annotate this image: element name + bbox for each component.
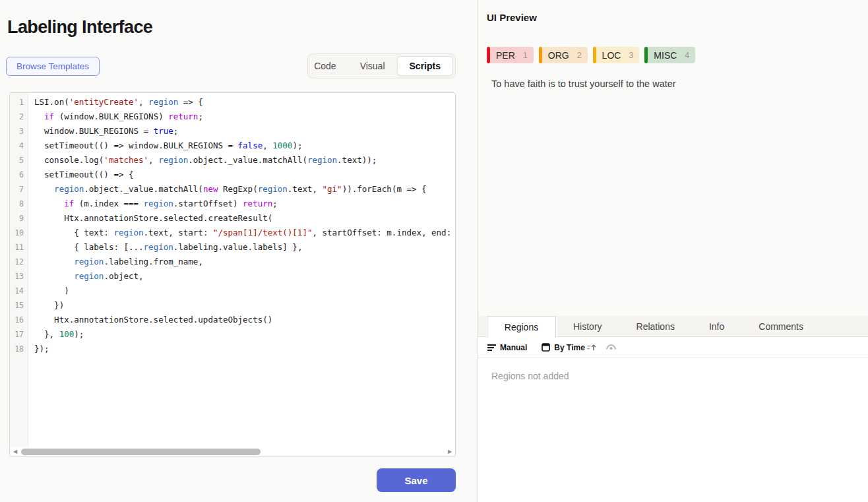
code-line[interactable]: }) <box>34 298 455 313</box>
code-line[interactable]: if (m.index === region.startOffset) retu… <box>34 197 455 211</box>
label-color-bar <box>539 47 542 63</box>
browse-templates-button[interactable]: Browse Templates <box>6 57 100 76</box>
code-line[interactable]: setTimeout(() => window.BULK_REGIONS = f… <box>34 139 455 153</box>
line-number: 4 <box>10 139 24 153</box>
label-hotkey: 1 <box>523 51 528 60</box>
label-name: MISC <box>654 50 677 61</box>
code-line[interactable]: }); <box>34 342 455 356</box>
save-button[interactable]: Save <box>377 468 456 492</box>
line-number: 7 <box>10 182 24 197</box>
code-line[interactable]: Htx.annotationStore.selected.createResul… <box>34 211 455 226</box>
label-name: ORG <box>548 50 569 61</box>
panel-tab-info[interactable]: Info <box>692 316 741 337</box>
preview-sentence[interactable]: To have faith is to trust yourself to th… <box>491 78 676 89</box>
editor-gutter: 123456789101112131415161718 <box>10 93 28 447</box>
regions-panel-tabs: RegionsHistoryRelationsInfoComments <box>478 316 868 337</box>
line-number: 17 <box>10 327 24 342</box>
code-line[interactable]: }, 100); <box>34 327 455 342</box>
editor-tab-group: CodeVisualScripts <box>307 53 456 78</box>
code-line[interactable]: region.labeling.from_name, <box>34 255 455 269</box>
visibility-toggle-icon[interactable] <box>605 343 617 352</box>
editor-code[interactable]: LSI.on('entityCreate', region => { if (w… <box>28 93 455 447</box>
code-line[interactable]: setTimeout(() => { <box>34 168 455 182</box>
line-number: 6 <box>10 168 24 182</box>
code-line[interactable]: { labels: [...region.labeling.value.labe… <box>34 240 455 255</box>
label-hotkey: 4 <box>685 51 689 60</box>
code-area[interactable]: 123456789101112131415161718 LSI.on('enti… <box>10 93 455 447</box>
panel-tab-regions[interactable]: Regions <box>487 316 556 338</box>
tab-scripts[interactable]: Scripts <box>397 56 453 76</box>
manual-order-button[interactable]: Manual <box>487 343 527 352</box>
scrollbar-thumb[interactable] <box>21 449 261 455</box>
scrollbar-left-arrow[interactable]: ◀ <box>12 447 18 456</box>
entity-label-misc[interactable]: MISC4 <box>644 47 695 63</box>
label-color-bar <box>644 47 648 63</box>
line-number: 13 <box>10 269 24 284</box>
code-line[interactable]: console.log('matches', region.object._va… <box>34 153 455 168</box>
label-name: PER <box>496 50 515 61</box>
label-color-bar <box>487 47 490 63</box>
line-number: 18 <box>10 342 24 356</box>
code-line[interactable]: region.object._value.matchAll(new RegExp… <box>34 182 455 197</box>
page-title: Labeling Interface <box>7 17 152 38</box>
label-hotkey: 2 <box>577 51 582 60</box>
tab-visual[interactable]: Visual <box>348 56 397 76</box>
line-number: 16 <box>10 313 24 327</box>
regions-toolbar: Manual By Time <box>478 337 868 358</box>
line-number: 3 <box>10 124 24 139</box>
code-line[interactable]: ) <box>34 284 455 298</box>
panel-tab-comments[interactable]: Comments <box>741 316 821 337</box>
label-color-bar <box>593 47 596 63</box>
scrollbar-track[interactable] <box>18 449 447 455</box>
scrollbar-right-arrow[interactable]: ▶ <box>447 447 453 456</box>
panel-tab-relations[interactable]: Relations <box>619 316 692 337</box>
code-line[interactable]: Htx.annotationStore.selected.updateObjec… <box>34 313 455 327</box>
ui-preview-title: UI Preview <box>487 12 537 23</box>
entity-label-org[interactable]: ORG2 <box>539 47 588 63</box>
line-number: 5 <box>10 153 24 168</box>
label-hotkey: 3 <box>629 51 633 60</box>
code-line[interactable]: region.object, <box>34 269 455 284</box>
entity-label-loc[interactable]: LOC3 <box>593 47 640 63</box>
line-number: 14 <box>10 284 24 298</box>
label-name: LOC <box>602 50 621 61</box>
panel-tab-history[interactable]: History <box>556 316 619 337</box>
config-panel: Labeling Interface Browse Templates Code… <box>0 0 478 502</box>
code-line[interactable]: if (window.BULK_REGIONS) return; <box>34 110 455 124</box>
code-line[interactable]: { text: region.text, start: "/span[1]/te… <box>34 226 455 240</box>
tab-code[interactable]: Code <box>302 56 348 76</box>
manual-order-icon <box>487 344 496 352</box>
code-editor[interactable]: 123456789101112131415161718 LSI.on('enti… <box>9 92 456 457</box>
line-number: 11 <box>10 240 24 255</box>
line-number: 15 <box>10 298 24 313</box>
code-line[interactable]: window.BULK_REGIONS = true; <box>34 124 455 139</box>
horizontal-scrollbar[interactable]: ◀ ▶ <box>10 447 455 456</box>
line-number: 12 <box>10 255 24 269</box>
regions-empty-message: Regions not added <box>478 358 868 381</box>
entity-labels-row: PER1ORG2LOC3MISC4 <box>487 47 695 63</box>
sort-ascending-icon[interactable] <box>586 343 596 352</box>
regions-panel: RegionsHistoryRelationsInfoComments Manu… <box>478 316 868 502</box>
line-number: 9 <box>10 211 24 226</box>
code-line[interactable]: LSI.on('entityCreate', region => { <box>34 95 455 110</box>
by-time-icon <box>542 343 550 352</box>
manual-order-label: Manual <box>500 343 527 352</box>
entity-label-per[interactable]: PER1 <box>487 47 534 63</box>
line-number: 10 <box>10 226 24 240</box>
line-number: 8 <box>10 197 24 211</box>
by-time-order-label: By Time <box>554 343 584 352</box>
by-time-order-button[interactable]: By Time <box>542 343 584 352</box>
preview-panel: UI Preview PER1ORG2LOC3MISC4 To have fai… <box>478 0 868 502</box>
line-number: 2 <box>10 110 24 124</box>
line-number: 1 <box>10 95 24 110</box>
